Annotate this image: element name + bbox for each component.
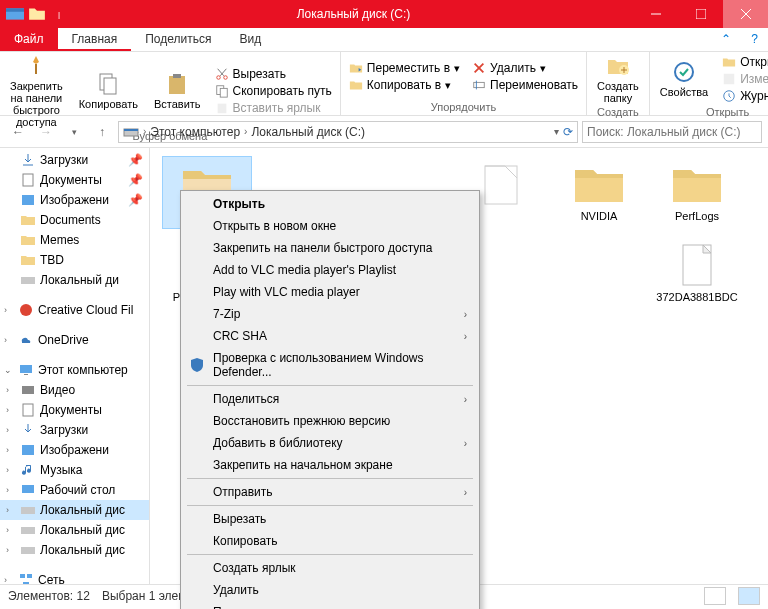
paste-button[interactable]: Вставить (148, 54, 207, 128)
sidebar-music[interactable]: ›Музыка (0, 460, 149, 480)
sidebar-documents[interactable]: Документы📌 (0, 170, 149, 190)
sidebar-video[interactable]: ›Видео (0, 380, 149, 400)
file-icon (669, 241, 725, 289)
svg-rect-20 (474, 82, 485, 87)
addr-dropdown-icon[interactable]: ▾ (554, 126, 559, 137)
help-icon[interactable]: ? (741, 28, 768, 51)
open-button[interactable]: Открыть ▾ (718, 54, 768, 70)
ctx-defender[interactable]: Проверка с использованием Windows Defend… (183, 347, 477, 383)
qat-folder-icon[interactable] (28, 5, 46, 23)
sidebar-docs2[interactable]: Documents (0, 210, 149, 230)
ctx-delete[interactable]: Удалить (183, 579, 477, 601)
ctx-shortcut[interactable]: Создать ярлык (183, 557, 477, 579)
svg-rect-61 (485, 166, 517, 204)
svg-rect-58 (23, 582, 29, 584)
tab-file[interactable]: Файл (0, 28, 58, 51)
svg-rect-3 (696, 9, 706, 19)
copy-button[interactable]: Копировать (73, 54, 144, 128)
sidebar-documents2[interactable]: ›Документы (0, 400, 149, 420)
refresh-icon[interactable]: ⟳ (563, 125, 573, 139)
ctx-open[interactable]: Открыть (183, 193, 477, 215)
ctx-share[interactable]: Поделиться› (183, 388, 477, 410)
ctx-separator (187, 554, 473, 555)
breadcrumb-drive[interactable]: Локальный диск (C:) (251, 125, 365, 139)
ctx-7zip[interactable]: 7-Zip› (183, 303, 477, 325)
ctx-separator (187, 385, 473, 386)
nav-pane[interactable]: Загрузки📌 Документы📌 Изображени📌 Documen… (0, 148, 150, 584)
chevron-right-icon: › (464, 438, 467, 449)
view-details-button[interactable] (704, 587, 726, 605)
ctx-rename[interactable]: Переименовать (183, 601, 477, 609)
svg-point-25 (675, 63, 693, 81)
search-box[interactable] (582, 121, 762, 143)
copypath-button[interactable]: Скопировать путь (211, 83, 336, 99)
folder-item[interactable]: PerfLogs (652, 156, 742, 229)
sidebar-memes[interactable]: Memes (0, 230, 149, 250)
ctx-copy[interactable]: Копировать (183, 530, 477, 552)
ctx-cut[interactable]: Вырезать (183, 508, 477, 530)
sidebar-downloads2[interactable]: ›Загрузки (0, 420, 149, 440)
pastelink-button: Вставить ярлык (211, 100, 336, 116)
view-icons-button[interactable] (738, 587, 760, 605)
ctx-restore[interactable]: Восстановить прежнюю версию (183, 410, 477, 432)
rename-button[interactable]: Переименовать (468, 77, 582, 93)
ctx-crcsha[interactable]: CRC SHA› (183, 325, 477, 347)
sidebar-locale[interactable]: ›Локальный дис (0, 540, 149, 560)
delete-button[interactable]: Удалить ▾ (468, 60, 582, 76)
ctx-addlib[interactable]: Добавить в библиотеку› (183, 432, 477, 454)
sidebar-locald[interactable]: ›Локальный дис (0, 520, 149, 540)
nav-up-button[interactable]: ↑ (90, 120, 114, 144)
sidebar-network[interactable]: ›Сеть (0, 570, 149, 584)
svg-rect-53 (21, 507, 35, 514)
sidebar-localdisk-qa[interactable]: Локальный ди (0, 270, 149, 290)
pin-quickaccess-button[interactable]: Закрепить на панели быстрого доступа (4, 54, 69, 128)
sidebar-onedrive[interactable]: ›OneDrive (0, 330, 149, 350)
tab-home[interactable]: Главная (58, 28, 132, 51)
breadcrumb-thispc[interactable]: Этот компьютер (150, 125, 240, 139)
file-item[interactable]: 372DA3881BDC (652, 237, 742, 321)
sidebar-ccf[interactable]: ›Creative Cloud Fil (0, 300, 149, 320)
properties-button[interactable]: Свойства (654, 54, 714, 104)
sidebar-desktop[interactable]: ›Рабочий стол (0, 480, 149, 500)
sidebar-images2[interactable]: ›Изображени (0, 440, 149, 460)
tab-view[interactable]: Вид (225, 28, 275, 51)
address-bar[interactable]: › Этот компьютер › Локальный диск (C:) ▾… (118, 121, 578, 143)
nav-history-dropdown[interactable]: ▾ (62, 120, 86, 144)
close-button[interactable] (723, 0, 768, 28)
ctx-pinstart[interactable]: Закрепить на начальном экране (183, 454, 477, 476)
ctx-open-new-window[interactable]: Открыть в новом окне (183, 215, 477, 237)
svg-rect-55 (21, 547, 35, 554)
sidebar-images[interactable]: Изображени📌 (0, 190, 149, 210)
search-input[interactable] (587, 125, 757, 139)
chevron-right-icon: › (464, 331, 467, 342)
sidebar-downloads[interactable]: Загрузки📌 (0, 150, 149, 170)
chevron-right-icon: › (464, 309, 467, 320)
status-item-count: Элементов: 12 (8, 589, 90, 603)
new-section-label: Создать (591, 104, 645, 118)
minimize-button[interactable] (633, 0, 678, 28)
tab-share[interactable]: Поделиться (131, 28, 225, 51)
ctx-vlc-play[interactable]: Play with VLC media player (183, 281, 477, 303)
folder-item[interactable]: NVIDIA (554, 156, 644, 229)
svg-rect-54 (21, 527, 35, 534)
copyto-button[interactable]: Копировать в ▾ (345, 77, 464, 93)
svg-point-12 (223, 76, 227, 80)
chevron-right-icon: › (464, 394, 467, 405)
ctx-vlc-add[interactable]: Add to VLC media player's Playlist (183, 259, 477, 281)
window-controls (633, 0, 768, 28)
maximize-button[interactable] (678, 0, 723, 28)
qat: | (0, 5, 74, 23)
nav-forward-button[interactable]: → (34, 120, 58, 144)
sidebar-localc[interactable]: ›Локальный дис (0, 500, 149, 520)
ribbon-collapse-icon[interactable]: ⌃ (711, 28, 741, 51)
moveto-button[interactable]: Переместить в ▾ (345, 60, 464, 76)
newfolder-button[interactable]: Создать папку (591, 54, 645, 104)
cut-button[interactable]: Вырезать (211, 66, 336, 82)
ctx-sendto[interactable]: Отправить› (183, 481, 477, 503)
history-button[interactable]: Журнал (718, 88, 768, 104)
qat-divider-icon: | (50, 5, 68, 23)
nav-back-button[interactable]: ← (6, 120, 30, 144)
sidebar-tbd[interactable]: TBD (0, 250, 149, 270)
ctx-pin-quickaccess[interactable]: Закрепить на панели быстрого доступа (183, 237, 477, 259)
sidebar-thispc[interactable]: ⌄Этот компьютер (0, 360, 149, 380)
